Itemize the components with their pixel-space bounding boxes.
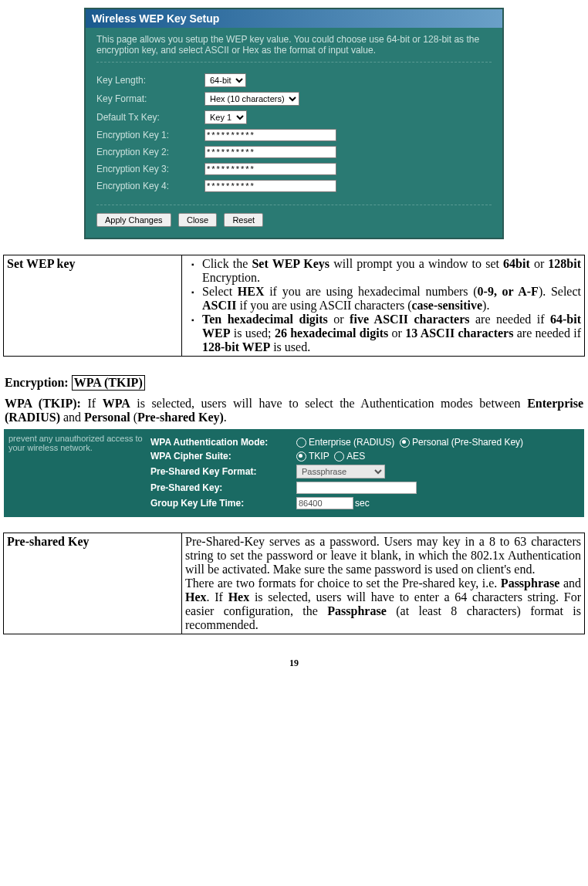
enc-key3-label: Encryption Key 3: [96,164,204,174]
wpa-side-text: prevent any unauthorized access to your … [4,429,150,517]
auth-mode-label: WPA Authentication Mode: [150,437,296,448]
psk-label: Pre-Shared Key: [150,482,296,493]
window-title: Wireless WEP Key Setup [86,9,502,28]
table1-item3: Ten hexadecimal digits or five ASCII cha… [194,313,581,354]
enc-key1-input[interactable] [204,129,336,141]
table1-left: Set WEP key [4,255,182,357]
aes-label: AES [346,451,365,462]
encryption-heading: Encryption: WPA (TKIP) [5,375,583,391]
enc-key4-label: Encryption Key 4: [96,181,204,191]
wpa-panel: prevent any unauthorized access to your … [4,429,584,517]
key-format-select[interactable]: Hex (10 characters) [204,92,299,106]
enc-key4-input[interactable] [204,180,336,192]
preshared-key-table: Pre-shared Key Pre-Shared-Key serves as … [3,533,585,634]
table1-right: Click the Set WEP Keys will prompt you a… [182,255,585,357]
enc-key2-label: Encryption Key 2: [96,147,204,157]
enc-key3-input[interactable] [204,163,336,175]
set-wep-key-table: Set WEP key Click the Set WEP Keys will … [3,255,585,357]
personal-radio[interactable] [400,438,410,448]
page-number: 19 [0,658,588,669]
enc-key2-input[interactable] [204,146,336,158]
tkip-label: TKIP [309,451,329,462]
close-button[interactable]: Close [178,213,217,227]
key-length-select[interactable]: 64-bit [204,73,246,87]
enterprise-radio[interactable] [296,438,306,448]
gklt-label: Group Key Life Time: [150,498,296,509]
key-format-label: Key Format: [96,93,204,104]
gklt-input[interactable] [296,497,353,509]
key-length-label: Key Length: [96,75,204,86]
psk-input[interactable] [296,482,417,494]
wep-setup-window: Wireless WEP Key Setup This page allows … [84,8,504,239]
aes-radio[interactable] [334,451,344,462]
gklt-unit: sec [355,498,370,509]
reset-button[interactable]: Reset [224,213,263,227]
table1-item1: Click the Set WEP Keys will prompt you a… [194,257,581,285]
table2-left: Pre-shared Key [4,533,182,634]
default-tx-label: Default Tx Key: [96,112,204,123]
psk-format-label: Pre-Shared Key Format: [150,466,296,477]
wep-description: This page allows you setup the WEP key v… [96,34,492,63]
default-tx-select[interactable]: Key 1 [204,110,247,124]
wpa-description: WPA (TKIP): If WPA is selected, users wi… [5,397,583,424]
apply-button[interactable]: Apply Changes [96,213,171,227]
table1-item2: Select HEX if you are using hexadecimal … [194,285,581,313]
cipher-label: WPA Cipher Suite: [150,451,296,462]
psk-format-select[interactable]: Passphrase [296,465,385,479]
enc-key1-label: Encryption Key 1: [96,130,204,140]
personal-label: Personal (Pre-Shared Key) [412,437,523,448]
tkip-radio[interactable] [296,451,306,462]
table2-right: Pre-Shared-Key serves as a password. Use… [182,533,585,634]
enterprise-label: Enterprise (RADIUS) [309,437,394,448]
